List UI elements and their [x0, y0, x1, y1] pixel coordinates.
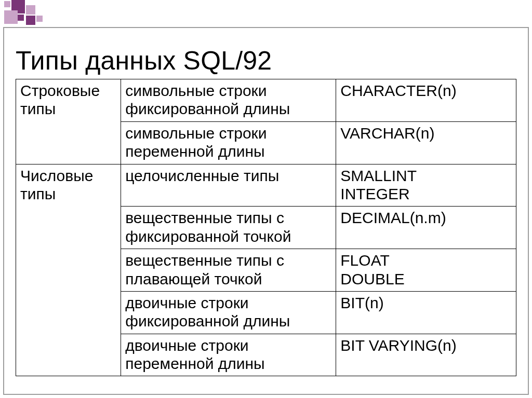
type-value: DOUBLE: [340, 270, 512, 288]
type-value: BIT(n): [340, 294, 512, 312]
page-title: Типы данных SQL/92: [16, 46, 516, 76]
desc-cell: двоичные строки переменной длины: [121, 334, 336, 376]
types-cell: VARCHAR(n): [336, 121, 516, 164]
slide-content: Типы данных SQL/92 Строковые типы символ…: [16, 46, 516, 376]
type-value: INTEGER: [340, 185, 512, 203]
types-cell: BIT(n): [336, 291, 516, 334]
desc-cell: вещественные типы с плавающей точкой: [121, 249, 336, 292]
table-row: Числовые типы целочисленные типы SMALLIN…: [16, 164, 516, 207]
types-cell: BIT VARYING(n): [336, 334, 516, 376]
desc-cell: вещественные типы с фиксированной точкой: [121, 207, 336, 249]
category-cell: Числовые типы: [16, 164, 121, 376]
desc-cell: символьные строки фиксированной длины: [121, 79, 336, 122]
types-cell: CHARACTER(n): [336, 79, 516, 122]
desc-cell: символьные строки переменной длины: [121, 121, 336, 164]
type-value: BIT VARYING(n): [340, 336, 512, 354]
types-cell: DECIMAL(n.m): [336, 207, 516, 249]
category-cell: Строковые типы: [16, 79, 121, 164]
desc-cell: двоичные строки фиксированной длины: [121, 291, 336, 334]
type-value: DECIMAL(n.m): [340, 209, 512, 227]
datatypes-table: Строковые типы символьные строки фиксиро…: [16, 79, 516, 376]
type-value: SMALLINT: [340, 167, 512, 185]
types-cell: FLOAT DOUBLE: [336, 249, 516, 292]
table-row: Строковые типы символьные строки фиксиро…: [16, 79, 516, 122]
type-value: VARCHAR(n): [340, 124, 512, 142]
types-cell: SMALLINT INTEGER: [336, 164, 516, 207]
type-value: FLOAT: [340, 251, 512, 269]
type-value: CHARACTER(n): [340, 81, 512, 100]
desc-cell: целочисленные типы: [121, 164, 336, 207]
